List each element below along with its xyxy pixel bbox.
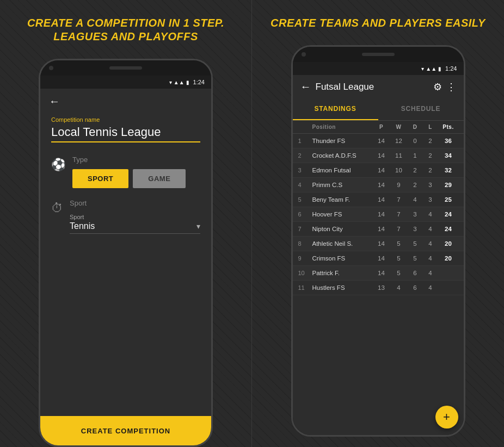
type-label: Type <box>72 156 200 164</box>
fab-add-button[interactable]: + <box>435 406 458 429</box>
row-pos: 5 <box>298 196 311 203</box>
row-pos: 11 <box>298 284 311 291</box>
row-l: 3 <box>423 196 438 203</box>
row-pos: 4 <box>298 182 311 188</box>
tabs-row: STANDINGS SCHEDULE <box>293 98 464 121</box>
col-header-pts: Pts. <box>439 124 458 130</box>
tab-standings[interactable]: STANDINGS <box>293 98 378 120</box>
row-pts: 25 <box>439 196 458 203</box>
table-row: 7 Nipton City 14 7 3 4 24 <box>293 222 464 237</box>
row-p: 14 <box>373 152 390 159</box>
row-pos: 8 <box>298 240 311 247</box>
row-w: 7 <box>391 211 407 218</box>
col-header-pos <box>298 124 311 130</box>
status-time-left: 1:24 <box>193 79 205 85</box>
competition-name-input[interactable]: Local Tennis League <box>51 125 200 142</box>
row-l: 2 <box>423 138 438 144</box>
sport-dropdown-row[interactable]: Tennis ▾ <box>70 221 200 234</box>
row-w: 9 <box>391 182 407 188</box>
row-w: 7 <box>391 226 407 232</box>
left-panel-title: CREATE A COMPETITION IN 1 STEP. LEAGUES … <box>0 16 251 44</box>
phone-speaker-right <box>362 53 395 56</box>
battery-icon: ▮ <box>186 79 189 85</box>
row-p: 14 <box>373 196 390 203</box>
wifi-icon: ▾ <box>169 79 172 85</box>
row-l: 4 <box>423 226 438 232</box>
left-phone-content: Competition name Local Tennis League ⚽ T… <box>40 112 211 445</box>
row-w: 5 <box>391 270 407 276</box>
row-d: 6 <box>408 270 422 276</box>
row-name: Edmon Futsal <box>312 167 372 173</box>
row-p: 14 <box>373 167 390 173</box>
table-row: 3 Edmon Futsal 14 10 2 2 32 <box>293 163 464 178</box>
phone-speaker <box>109 66 142 70</box>
row-d: 6 <box>408 284 422 291</box>
standings-wrapper: Position P W D L Pts. 1 Thunder FS 14 12… <box>293 121 464 435</box>
sport-dropdown-container[interactable]: Sport Tennis ▾ <box>70 214 200 234</box>
row-pts: 36 <box>439 138 458 144</box>
create-competition-bar[interactable]: CREATE COMPETITION <box>40 416 211 445</box>
row-d: 5 <box>408 255 422 262</box>
type-icon: ⚽ <box>51 158 66 172</box>
row-p: 14 <box>373 240 390 247</box>
create-competition-button[interactable]: CREATE COMPETITION <box>81 427 170 435</box>
right-panel: CREATE TEAMS AND PLAYERS EASILY ▾ ▲▲ ▮ 1… <box>252 0 504 447</box>
more-options-icon[interactable]: ⋮ <box>446 81 456 93</box>
row-pos: 9 <box>298 255 311 262</box>
row-pts: 32 <box>439 167 458 173</box>
row-pos: 6 <box>298 211 311 218</box>
type-content: Type SPORT GAME <box>72 156 200 188</box>
battery-icon-right: ▮ <box>438 66 441 72</box>
form-section: Competition name Local Tennis League ⚽ T… <box>40 112 211 416</box>
row-pos: 3 <box>298 167 311 173</box>
table-row: 9 Crimson FS 14 5 5 4 20 <box>293 251 464 266</box>
row-d: 5 <box>408 240 422 247</box>
type-buttons: SPORT GAME <box>72 169 200 188</box>
sport-dropdown-label: Sport <box>70 214 200 220</box>
row-d: 3 <box>408 211 422 218</box>
sport-button[interactable]: SPORT <box>72 169 128 188</box>
row-name: Primm C.S <box>312 182 372 188</box>
col-header-w: W <box>391 124 407 130</box>
sport-selected-value: Tennis <box>70 221 95 231</box>
row-w: 5 <box>391 240 407 247</box>
row-w: 11 <box>391 152 407 159</box>
gear-icon[interactable]: ⚙ <box>433 81 442 93</box>
type-section: ⚽ Type SPORT GAME <box>51 156 200 188</box>
right-phone-mockup: ▾ ▲▲ ▮ 1:24 ← Futsal League ⚙ ⋮ STANDING… <box>291 45 465 437</box>
sport-section: ⏱ Sport Sport Tennis ▾ <box>51 199 200 234</box>
row-p: 13 <box>373 284 390 291</box>
phone-top-notch-right <box>293 47 464 62</box>
row-pos: 2 <box>298 152 311 159</box>
standings-rows-container: 1 Thunder FS 14 12 0 2 36 2 Crocket A.D.… <box>293 134 464 295</box>
row-pos: 7 <box>298 226 311 232</box>
row-name: Crimson FS <box>312 255 372 262</box>
status-bar-left: ▾ ▲▲ ▮ 1:24 <box>40 76 211 89</box>
status-time-right: 1:24 <box>445 65 457 72</box>
row-pts: 24 <box>439 211 458 218</box>
tab-schedule[interactable]: SCHEDULE <box>378 98 464 120</box>
row-p: 14 <box>373 255 390 262</box>
table-row: 4 Primm C.S 14 9 2 3 29 <box>293 178 464 193</box>
phone-top-notch <box>40 60 211 76</box>
row-d: 4 <box>408 196 422 203</box>
back-button-right[interactable]: ← <box>300 80 311 93</box>
row-l: 3 <box>423 182 438 188</box>
game-button[interactable]: GAME <box>133 169 186 188</box>
row-l: 2 <box>423 167 438 173</box>
row-pts: 24 <box>439 226 458 232</box>
status-icons-right: ▾ ▲▲ ▮ 1:24 <box>421 65 457 72</box>
status-icons-left: ▾ ▲▲ ▮ 1:24 <box>169 79 205 85</box>
row-p: 14 <box>373 138 390 144</box>
back-button-left[interactable]: ← <box>49 95 60 108</box>
standings-header: Position P W D L Pts. <box>293 121 464 134</box>
row-name: Athletic Neil S. <box>312 240 372 247</box>
row-l: 4 <box>423 255 438 262</box>
table-row: 8 Athletic Neil S. 14 5 5 4 20 <box>293 237 464 251</box>
competition-name-label: Competition name <box>51 116 200 123</box>
left-panel: CREATE A COMPETITION IN 1 STEP. LEAGUES … <box>0 0 252 447</box>
row-l: 2 <box>423 152 438 159</box>
sport-icon: ⏱ <box>51 201 63 215</box>
row-pos: 10 <box>298 270 311 276</box>
col-header-name: Position <box>312 124 372 130</box>
